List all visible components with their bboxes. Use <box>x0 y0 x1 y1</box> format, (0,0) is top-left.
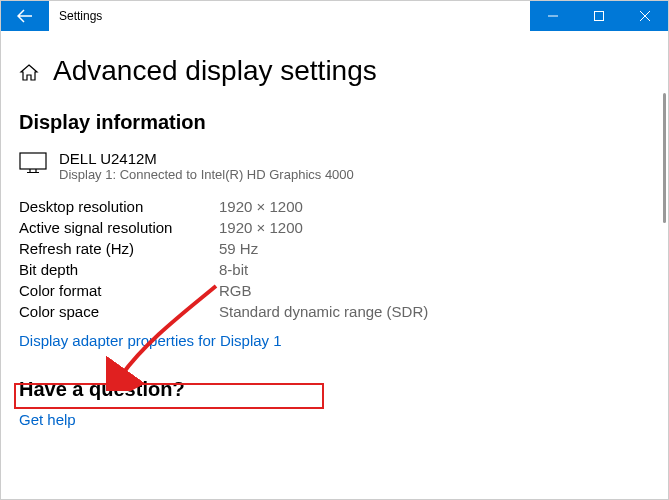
section-heading: Display information <box>19 111 650 134</box>
prop-value: 1920 × 1200 <box>219 198 303 215</box>
minimize-icon <box>548 11 558 21</box>
home-icon[interactable] <box>19 63 39 83</box>
prop-desktop-resolution: Desktop resolution 1920 × 1200 <box>19 198 650 215</box>
minimize-button[interactable] <box>530 1 576 31</box>
titlebar: Settings <box>1 1 668 31</box>
prop-label: Color format <box>19 282 219 299</box>
monitor-name: DELL U2412M <box>59 150 354 167</box>
prop-value: RGB <box>219 282 252 299</box>
prop-bit-depth: Bit depth 8-bit <box>19 261 650 278</box>
prop-value: 8-bit <box>219 261 248 278</box>
monitor-subtext: Display 1: Connected to Intel(R) HD Grap… <box>59 167 354 182</box>
prop-label: Active signal resolution <box>19 219 219 236</box>
close-button[interactable] <box>622 1 668 31</box>
prop-label: Desktop resolution <box>19 198 219 215</box>
back-button[interactable] <box>1 1 49 31</box>
page-header: Advanced display settings <box>19 55 650 87</box>
svg-rect-0 <box>595 12 604 21</box>
maximize-button[interactable] <box>576 1 622 31</box>
scrollbar[interactable] <box>663 93 666 223</box>
svg-rect-1 <box>20 153 46 169</box>
help-section: Have a question? Get help <box>19 378 650 429</box>
prop-refresh-rate: Refresh rate (Hz) 59 Hz <box>19 240 650 257</box>
prop-active-resolution: Active signal resolution 1920 × 1200 <box>19 219 650 236</box>
close-icon <box>640 11 650 21</box>
window-title: Settings <box>59 9 530 23</box>
help-heading: Have a question? <box>19 378 650 401</box>
settings-window: Settings Advanced display settings Displ… <box>0 0 669 500</box>
prop-value: 1920 × 1200 <box>219 219 303 236</box>
get-help-link[interactable]: Get help <box>19 411 76 428</box>
prop-value: Standard dynamic range (SDR) <box>219 303 428 320</box>
prop-color-format: Color format RGB <box>19 282 650 299</box>
prop-value: 59 Hz <box>219 240 258 257</box>
display-adapter-link[interactable]: Display adapter properties for Display 1 <box>19 332 282 349</box>
maximize-icon <box>594 11 604 21</box>
prop-label: Color space <box>19 303 219 320</box>
page-title: Advanced display settings <box>53 55 377 87</box>
arrow-left-icon <box>17 8 33 24</box>
prop-label: Bit depth <box>19 261 219 278</box>
content-area: Advanced display settings Display inform… <box>1 31 668 500</box>
window-controls <box>530 1 668 31</box>
monitor-icon <box>19 152 47 174</box>
prop-color-space: Color space Standard dynamic range (SDR) <box>19 303 650 320</box>
monitor-info: DELL U2412M Display 1: Connected to Inte… <box>19 150 650 182</box>
monitor-text: DELL U2412M Display 1: Connected to Inte… <box>59 150 354 182</box>
prop-label: Refresh rate (Hz) <box>19 240 219 257</box>
